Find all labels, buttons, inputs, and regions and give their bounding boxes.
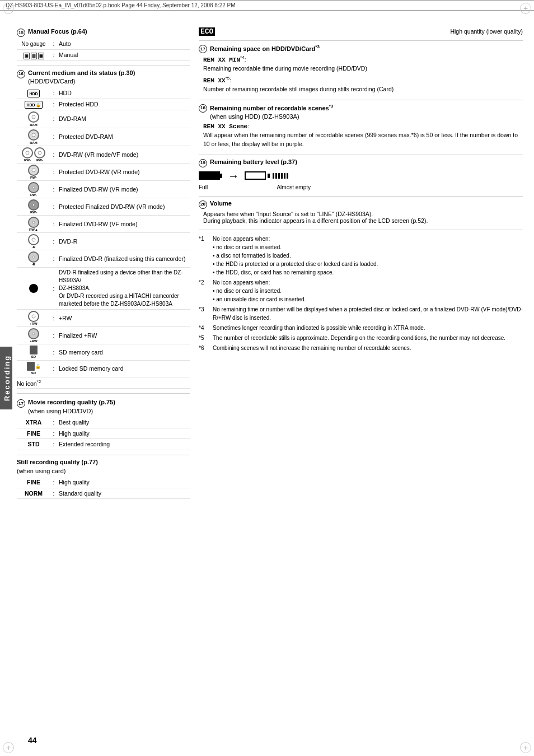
sd-card-icon-cell: SD <box>17 344 50 361</box>
dvd-rw-protected-icon: RW- <box>28 165 39 179</box>
hdd-icon-cell: HDD <box>17 88 50 99</box>
hdd-protected-icon: HDD🔒 <box>25 101 42 109</box>
rem-scene-header: REM XX Scene: <box>203 123 523 130</box>
table-row: STD : Extended recording <box>17 439 190 450</box>
movie-quality-section: 17 Movie recording quality (p.75) (when … <box>17 398 190 450</box>
footnote-3-ref: *3 <box>315 44 320 49</box>
footnote-1: *1 No icon appears when:• no disc or car… <box>199 235 523 277</box>
remaining-scenes-section: 18 Remaining number of recordable scenes… <box>199 103 523 149</box>
rem-min-desc: Remaining recordable time during movie r… <box>203 64 523 73</box>
battery-section: 19 Remaining battery level (p.37) → <box>199 158 523 190</box>
still-quality-table: FINE : High quality NORM : Standard qual… <box>17 477 190 499</box>
divider <box>17 393 190 394</box>
dvd-rw-finvf-icon-cell: RW▲ <box>17 216 50 233</box>
table-row: RW- RW- : DVD-RW (VR mode/VF mode) <box>17 146 190 164</box>
xtra-label-cell: XTRA <box>17 417 50 428</box>
table-row: 🔒 SD : Locked SD memory card <box>17 361 190 377</box>
fine-still-desc: High quality <box>57 477 190 488</box>
footnote-4: *4 Sometimes longer recording than indic… <box>199 324 523 332</box>
section-number-19: 19 <box>199 159 207 167</box>
fine-still-label-cell: FINE <box>17 477 50 488</box>
table-row: SD : SD memory card <box>17 344 190 361</box>
current-medium-title: Current medium and its status (p.30) (HD… <box>28 69 135 86</box>
footnote-3-num: *3 <box>199 305 210 322</box>
corner-decoration-tl <box>3 3 14 14</box>
header-text: DZ-HS903-803-US-Ea_IM_v01d05n02.p.book P… <box>6 2 236 8</box>
footnote-3-text: No remaining time or number will be disp… <box>213 305 523 322</box>
still-quality-title: Still recording quality (p.77) (when usi… <box>17 458 98 475</box>
volume-desc2: During playback, this indicator appears … <box>203 217 523 224</box>
dvd-r-icon-cell: -R <box>17 233 50 250</box>
volume-desc: Appears here when "Input Source" is set … <box>203 211 523 224</box>
section-number-15: 15 <box>17 29 25 37</box>
footnote-1-text: No icon appears when:• no disc or card i… <box>213 235 378 277</box>
table-row: ▣ ▥ ▦ : Manual <box>17 50 190 61</box>
rem-min-header: REM XX MIN*4: <box>203 55 523 63</box>
black-circle-icon <box>29 284 38 293</box>
header-bar: DZ-HS903-803-US-Ea_IM_v01d05n02.p.book P… <box>0 0 534 11</box>
dvd-rw-pfvr-icon: RW- <box>28 199 39 214</box>
sd-card-icon: SD <box>30 346 38 359</box>
remaining-scenes-title: Remaining number of recordable scenes*3 … <box>210 103 333 121</box>
dvd-rw-finvr-icon-cell: RW- <box>17 181 50 198</box>
corner-decoration-tr <box>520 3 531 14</box>
rem-xx-header: REM XX*5: <box>203 76 523 84</box>
left-column: 15 Manual Focus (p.64) No gauge : Auto <box>17 27 190 503</box>
manual-focus-section: 15 Manual Focus (p.64) No gauge : Auto <box>17 27 190 61</box>
eco-label: ECO <box>199 27 215 36</box>
dvd-rw-dual-icon: RW- RW- <box>22 147 45 162</box>
divider <box>17 455 190 455</box>
table-row: RW- : Finalized DVD-RW (VR mode) <box>17 181 190 198</box>
no-gauge-icon-cell: No gauge <box>17 39 50 50</box>
battery-full <box>199 171 222 180</box>
footnote-4-num: *4 <box>199 324 210 332</box>
black-circle-icon-cell <box>17 268 50 310</box>
std-desc: Extended recording <box>57 439 190 450</box>
footnote-1-num: *1 <box>199 235 210 277</box>
plus-rw-fin-icon: +RW <box>28 328 39 343</box>
dvd-r-finalized-icon-cell: -R <box>17 250 50 268</box>
table-row: HDD : HDD <box>17 88 190 99</box>
manual-focus-table: No gauge : Auto ▣ ▥ ▦ : Manual <box>17 39 190 61</box>
table-row: FINE : High quality <box>17 428 190 439</box>
table-row: -R : DVD-R <box>17 233 190 250</box>
corner-decoration-bl <box>3 742 14 753</box>
battery-labels: Full Almost empty <box>199 184 311 190</box>
divider <box>199 155 523 155</box>
no-icon-row: No icon*2 <box>17 377 190 389</box>
dvd-rw-dual-icon-cell: RW- RW- <box>17 146 50 164</box>
eco-desc: High quantity (lower quality) <box>450 28 523 35</box>
dvd-rw-pfvr-icon-cell: RW- <box>17 198 50 216</box>
norm-label-cell: NORM <box>17 488 50 499</box>
dvd-r-icon: -R <box>28 234 39 249</box>
rem-scene-desc: Will appear when the remaining number of… <box>203 131 523 149</box>
norm-desc: Standard quality <box>57 488 190 499</box>
still-quality-section: Still recording quality (p.77) (when usi… <box>17 458 190 499</box>
footnote-5-text: The number of recordable stills is appro… <box>213 334 505 342</box>
movie-quality-title: Movie recording quality (p.75) (when usi… <box>28 398 115 416</box>
std-label-cell: STD <box>17 439 50 450</box>
table-row: NORM : Standard quality <box>17 488 190 499</box>
hdd-icon: HDD <box>27 90 39 97</box>
section-number-18: 18 <box>199 104 207 113</box>
gauge-icon-1: ▣ ▥ ▦ <box>24 53 44 59</box>
corner-decoration-br <box>520 742 531 753</box>
divider <box>199 100 523 100</box>
battery-full-label: Full <box>199 184 208 190</box>
footnote-6-text: Combining scenes will not increase the r… <box>213 344 411 352</box>
table-row: RAM : Protected DVD-RAM <box>17 128 190 146</box>
table-row: RW▲ : Finalized DVD-RW (VF mode) <box>17 216 190 233</box>
fine-label-cell: FINE <box>17 428 50 439</box>
current-medium-table: HDD : HDD HDD🔒 : Protected HDD <box>17 88 190 377</box>
divider <box>199 196 523 197</box>
rem-xx-block: REM XX*5: Number of remaining recordable… <box>203 76 523 94</box>
dvd-ram-icon: RAM <box>28 111 39 127</box>
table-row: +RW : Finalized +RW <box>17 327 190 344</box>
sd-locked-icon: 🔒 SD <box>27 362 41 375</box>
footnote-3: *3 No remaining time or number will be d… <box>199 305 523 322</box>
auto-label: Auto <box>57 39 190 50</box>
footnote-4-text: Sometimes longer recording than indicate… <box>213 324 425 332</box>
section-number-17-right: 17 <box>199 45 207 53</box>
dvd-ram-icon-cell: RAM <box>17 110 50 128</box>
battery-title: Remaining battery level (p.37) <box>210 158 297 166</box>
